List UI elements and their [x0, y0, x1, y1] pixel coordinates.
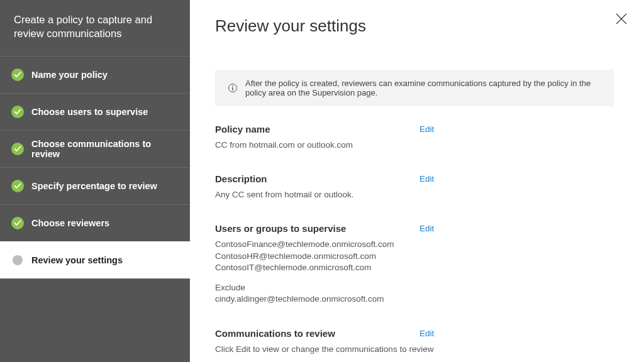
- svg-rect-2: [232, 87, 233, 90]
- user-exclude-item: cindy.aldinger@techlemode.onmicrosoft.co…: [215, 293, 599, 305]
- step-choose-communications[interactable]: Choose communications to review: [0, 130, 190, 167]
- policy-name-value: CC from hotmail.com or outlook.com: [215, 140, 599, 151]
- check-circle-icon: [11, 217, 24, 229]
- check-circle-icon: [11, 180, 24, 192]
- user-include-item: ContosoHR@techlemode.onmicrosoft.com: [215, 251, 599, 262]
- check-circle-icon: [11, 106, 24, 118]
- step-label: Name your policy: [31, 70, 108, 80]
- description-value: Any CC sent from hotmail or outlook.: [215, 189, 599, 200]
- section-title: Description: [215, 173, 419, 184]
- dot-icon: [11, 254, 24, 266]
- wizard-sidebar: Create a policy to capture and review co…: [0, 0, 190, 362]
- step-label: Choose users to supervise: [31, 107, 148, 117]
- sidebar-fill: [0, 278, 190, 362]
- main-panel: Review your settings After the policy is…: [190, 0, 644, 362]
- section-users: Users or groups to supervise Edit Contos…: [215, 223, 599, 305]
- close-icon[interactable]: [614, 11, 629, 26]
- svg-point-1: [232, 85, 233, 87]
- section-description: Description Edit Any CC sent from hotmai…: [215, 173, 599, 200]
- user-include-item: ContosoFinance@techlemode.onmicrosoft.co…: [215, 239, 599, 250]
- info-text: After the policy is created, reviewers c…: [245, 79, 602, 97]
- section-title: Policy name: [215, 124, 419, 134]
- edit-communications[interactable]: Edit: [419, 329, 434, 338]
- step-label: Specify percentage to review: [31, 181, 157, 191]
- wizard-steps: Name your policy Choose users to supervi…: [0, 56, 190, 278]
- section-title: Users or groups to supervise: [215, 223, 419, 234]
- check-circle-icon: [11, 69, 24, 81]
- step-review-settings[interactable]: Review your settings: [0, 241, 190, 278]
- edit-users[interactable]: Edit: [419, 224, 434, 233]
- check-circle-icon: [11, 143, 24, 155]
- section-title: Communications to review: [215, 328, 419, 339]
- step-name-policy[interactable]: Name your policy: [0, 56, 190, 93]
- sidebar-title: Create a policy to capture and review co…: [0, 0, 190, 56]
- section-policy-name: Policy name Edit CC from hotmail.com or …: [215, 124, 599, 151]
- edit-description[interactable]: Edit: [419, 174, 434, 184]
- user-include-item: ContosoIT@techlemode.onmicrosoft.com: [215, 262, 599, 273]
- step-label: Review your settings: [31, 255, 123, 265]
- exclude-label: Exclude: [215, 282, 599, 293]
- communications-value: Click Edit to view or change the communi…: [215, 344, 599, 355]
- step-choose-reviewers[interactable]: Choose reviewers: [0, 204, 190, 241]
- page-title: Review your settings: [215, 16, 614, 36]
- edit-policy-name[interactable]: Edit: [419, 124, 434, 134]
- step-label: Choose communications to review: [31, 139, 179, 159]
- step-specify-percentage[interactable]: Specify percentage to review: [0, 167, 190, 204]
- info-callout: After the policy is created, reviewers c…: [215, 70, 614, 106]
- section-communications: Communications to review Edit Click Edit…: [215, 328, 599, 355]
- info-icon: [228, 83, 238, 93]
- step-choose-users[interactable]: Choose users to supervise: [0, 93, 190, 130]
- step-label: Choose reviewers: [31, 218, 109, 228]
